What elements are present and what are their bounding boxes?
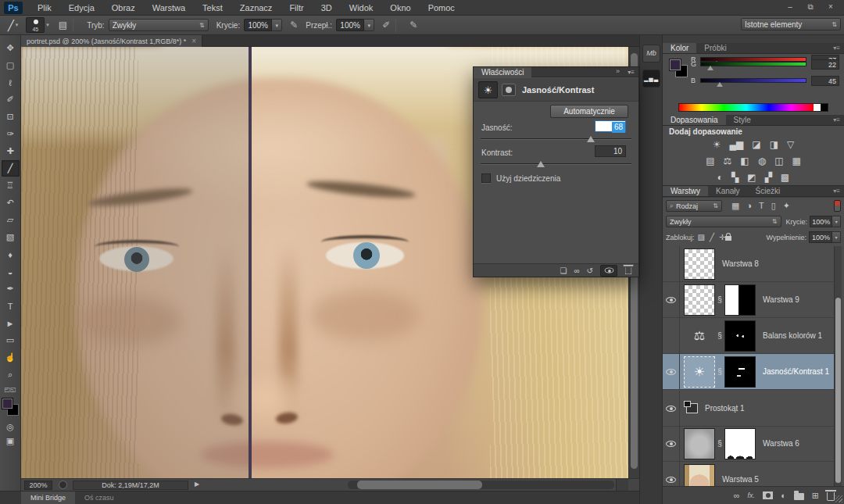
document-close-icon[interactable]: × — [191, 37, 196, 45]
mask-properties-icon[interactable] — [502, 84, 516, 96]
healing-brush-tool[interactable]: ✚ — [2, 143, 20, 159]
reset-button[interactable]: ↺ — [587, 265, 593, 277]
brightness-contrast-icon[interactable]: ☀ — [684, 356, 715, 388]
layers-scrollbar-thumb[interactable] — [835, 298, 841, 483]
spectrum-black-swatch[interactable] — [821, 104, 828, 111]
tab-dopasowania[interactable]: Dopasowania — [663, 115, 726, 125]
menu-item[interactable]: 3D — [313, 3, 341, 13]
layer-mask-thumbnail[interactable] — [724, 428, 756, 459]
blend-mode-select[interactable]: Zwykły ⇅ — [109, 19, 209, 31]
adj-gradient-map-icon[interactable]: ▩ — [781, 172, 789, 184]
adj-photo-filter-icon[interactable]: ◍ — [758, 155, 766, 167]
channel-slider-thumb[interactable] — [717, 82, 723, 87]
adjustments-panel-menu-icon[interactable]: ▾≡ — [833, 116, 840, 123]
brightness-slider[interactable] — [481, 138, 631, 140]
layer-style-button[interactable]: fx. — [748, 491, 756, 499]
adj-curves-icon[interactable]: ◪ — [752, 139, 760, 151]
mini-bridge-panel-button[interactable]: Mb — [642, 45, 660, 63]
lock-move-icon[interactable]: ✛ — [719, 233, 725, 241]
brush-preset-picker[interactable]: 45 — [26, 17, 45, 33]
channel-value-field[interactable]: 45 — [811, 76, 839, 86]
layer-thumbnail[interactable] — [684, 428, 715, 459]
legacy-checkbox[interactable] — [481, 173, 491, 183]
brightness-slider-thumb[interactable] — [587, 136, 595, 142]
mask-link-icon[interactable]: § — [716, 331, 724, 340]
contrast-slider[interactable] — [481, 163, 631, 165]
menu-item[interactable]: Warstwa — [144, 3, 194, 13]
menu-item[interactable]: Plik — [29, 3, 60, 13]
layer-thumbnail[interactable] — [684, 284, 715, 316]
layer-name[interactable]: Warstwa 8 — [722, 259, 759, 268]
tool-preset-dropdown-icon[interactable]: ▾ — [16, 22, 19, 28]
layer-name[interactable]: Warstwa 9 — [763, 295, 799, 304]
move-tool[interactable]: ✥ — [2, 40, 20, 56]
channel-slider[interactable] — [700, 78, 806, 83]
layer-blend-mode-select[interactable]: Zwykły ⇅ — [666, 216, 781, 227]
tablet-pressure-icon[interactable]: ✎ — [409, 20, 417, 30]
menu-item[interactable]: Obraz — [103, 3, 144, 13]
menu-item[interactable]: Okno — [381, 3, 419, 13]
adj-threshold-icon[interactable]: ◩ — [747, 172, 756, 184]
adj-black-white-icon[interactable]: ◧ — [740, 155, 749, 167]
lock-all-icon[interactable] — [725, 236, 731, 241]
layer-mask-thumbnail[interactable] — [724, 284, 756, 316]
minimize-button[interactable]: – — [780, 1, 800, 13]
layer-row-prostokat-1[interactable]: Prostokąt 1 — [663, 391, 834, 427]
layer-row-warstwa-6[interactable]: § Warstwa 6 — [663, 426, 834, 462]
link-layers-button[interactable]: ∞ — [734, 491, 740, 500]
menu-item[interactable]: Zaznacz — [231, 3, 281, 13]
hand-tool[interactable]: ☝ — [2, 349, 20, 366]
histogram-panel-button[interactable]: ▂▅▃ — [642, 70, 660, 88]
menu-item[interactable]: Edycja — [60, 3, 103, 13]
horizontal-scrollbar-thumb[interactable] — [357, 481, 482, 489]
foreground-color-swatch[interactable] — [669, 59, 681, 71]
menu-item[interactable]: Tekst — [194, 3, 231, 13]
status-options-icon[interactable]: ▶ — [195, 481, 199, 488]
brightness-value-field[interactable]: 68 — [595, 120, 626, 132]
adj-brightness-contrast-icon[interactable]: ☀ — [713, 139, 721, 151]
filter-type-layers-icon[interactable]: T — [759, 201, 764, 211]
brush-tool-icon[interactable]: ╱ — [8, 20, 14, 31]
visibility-button[interactable] — [600, 265, 617, 277]
previous-state-button[interactable]: ∞ — [574, 265, 579, 277]
visibility-toggle[interactable] — [663, 318, 680, 353]
layers-scrollbar[interactable] — [834, 246, 842, 486]
delete-adjustment-button[interactable] — [625, 266, 632, 274]
delete-layer-button[interactable] — [827, 492, 835, 501]
tab-sciezki[interactable]: Ścieżki — [748, 186, 789, 196]
contrast-slider-thumb[interactable] — [537, 161, 545, 167]
channel-slider[interactable] — [700, 62, 806, 66]
visibility-toggle[interactable] — [663, 426, 680, 461]
color-balance-icon[interactable]: ⚖ — [684, 328, 715, 343]
menu-item[interactable]: Pomoc — [420, 3, 463, 13]
adj-color-balance-icon[interactable]: ⚖ — [724, 155, 732, 167]
tab-timeline[interactable]: Oś czasu — [75, 491, 123, 504]
shape-tool[interactable]: ▭ — [2, 332, 20, 349]
clip-to-layer-button[interactable]: ❏ — [560, 265, 567, 277]
adj-levels-icon[interactable]: ▄▆ — [730, 139, 744, 151]
mask-link-icon[interactable]: § — [716, 367, 724, 376]
quick-mask-button[interactable]: ◎ — [6, 422, 14, 432]
flow-value[interactable]: 100% — [336, 19, 364, 31]
horizontal-scrollbar[interactable] — [348, 481, 614, 489]
layer-name[interactable]: Jasność/Kontrast 1 — [763, 367, 829, 376]
eraser-tool[interactable]: ▱ — [2, 212, 20, 228]
restore-button[interactable]: ⧉ — [800, 1, 821, 13]
screen-mode-button[interactable]: ▣ — [6, 436, 14, 446]
document-tab[interactable]: portret.psd @ 200% (Jasność/Kontrast 1,R… — [21, 35, 202, 47]
layers-panel-menu-icon[interactable]: ▾≡ — [833, 188, 840, 195]
layer-name[interactable]: Prostokąt 1 — [705, 404, 745, 413]
mask-link-icon[interactable]: § — [716, 439, 724, 448]
layer-row-jasnosc-kontrast-1[interactable]: ☀ § Jasność/Kontrast 1 — [663, 354, 834, 390]
contrast-value-field[interactable]: 10 — [595, 145, 626, 157]
fill-dropdown-icon[interactable]: ▾ — [832, 231, 841, 243]
add-mask-button[interactable] — [763, 491, 773, 499]
tab-style[interactable]: Style — [726, 115, 759, 125]
adj-posterize-icon[interactable]: ▚ — [731, 172, 738, 184]
adj-invert-icon[interactable]: ◐ — [717, 172, 723, 184]
mask-link-icon[interactable]: § — [716, 295, 724, 304]
shape-layer-icon[interactable] — [686, 403, 698, 413]
airbrush-pressure-icon[interactable]: ✐ — [382, 20, 390, 30]
brush-tool[interactable]: ╱ — [2, 160, 20, 177]
opacity-value[interactable]: 100% — [244, 19, 272, 31]
